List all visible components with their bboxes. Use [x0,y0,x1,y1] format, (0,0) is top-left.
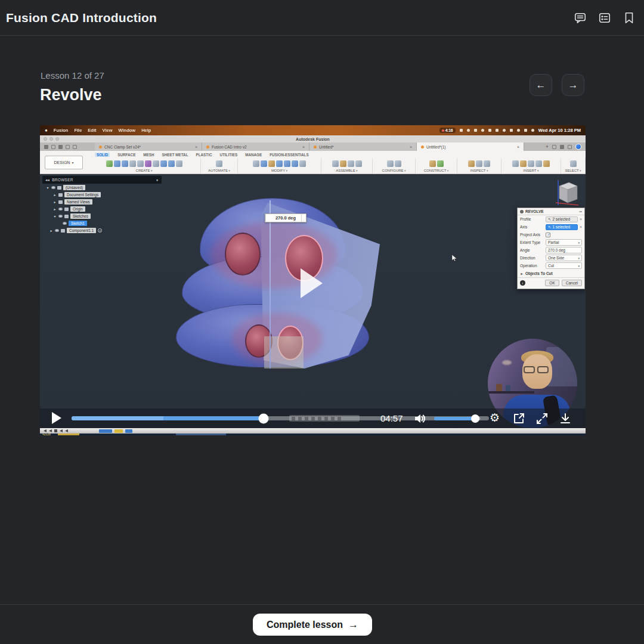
document-tab[interactable]: Untitled* × [309,143,417,151]
profile-selection-chip[interactable]: ↖2 selected [546,216,578,222]
comments-icon[interactable] [574,11,587,24]
angle-field[interactable]: 270.0 deg [546,247,582,253]
collapse-panel-icon[interactable]: ◂◂ [45,178,49,182]
document-tab[interactable]: CNC Clamp Set v24* × [95,143,202,151]
user-avatar[interactable] [575,144,581,150]
tool-icon[interactable] [268,160,275,167]
cancel-button[interactable]: Cancel [562,280,582,286]
seek-thumb[interactable] [259,413,269,423]
tool-icon[interactable] [299,160,306,167]
workspace-switcher[interactable]: DESIGN [45,156,83,169]
revolve-dialog[interactable]: REVOLVE •• Profile ↖2 selected × Axis ↖1… [517,208,585,289]
menu-window[interactable]: Window [119,128,136,133]
download-icon[interactable] [559,412,572,425]
next-lesson-button[interactable]: → [562,74,584,96]
tool-icon[interactable] [284,160,290,167]
tool-icon[interactable] [176,160,182,167]
history-icon[interactable] [552,145,556,149]
tree-row[interactable]: ▸ Origin [42,206,162,212]
axis-selection-chip[interactable]: ↖1 selected [546,224,578,230]
picture-in-picture-icon[interactable] [512,412,525,425]
volume-slider[interactable] [434,417,481,420]
angle-spinner-left[interactable] [265,214,270,222]
tool-icon[interactable] [387,160,394,167]
visibility-eye-icon[interactable] [58,208,63,210]
objects-to-cut-expander[interactable]: ▸ Objects To Cut [518,270,584,277]
ribbon-tab-mesh[interactable]: MESH [143,153,154,157]
new-tab-icon[interactable]: + [546,144,549,150]
ribbon-tab-manage[interactable]: MANAGE [245,153,262,157]
tool-icon[interactable] [137,160,144,167]
automate-group-label[interactable]: AUTOMATE [208,169,230,172]
tree-item-label-selected[interactable]: Sketch1 [69,221,87,226]
tool-icon[interactable] [429,160,436,167]
tool-icon[interactable] [484,160,490,167]
caret-closed-icon[interactable]: ▸ [53,207,57,211]
revolve-3d-model[interactable] [176,198,369,372]
tree-item-label[interactable]: Sketches [70,213,91,219]
tool-icon[interactable] [468,160,475,167]
ribbon-tab-solid[interactable]: SOLID [95,153,110,157]
tool-icon[interactable] [332,160,339,167]
tool-icon[interactable] [276,160,283,167]
angle-value[interactable]: 270.0 deg [270,215,301,221]
play-button[interactable] [52,412,61,424]
save-icon[interactable] [51,145,55,149]
tree-row[interactable]: ▸ Document Settings [42,191,162,198]
clear-selection-icon[interactable]: × [580,225,582,229]
tool-icon[interactable] [355,160,362,167]
tool-icon[interactable] [153,160,159,167]
menu-app[interactable]: Fusion [54,128,69,133]
export-icon[interactable] [58,145,63,149]
inspect-group-label[interactable]: INSPECT [470,169,488,172]
visibility-eye-icon[interactable] [63,222,67,225]
select-group-label[interactable]: SELECT [565,169,581,172]
tree-item-label[interactable]: Document Settings [64,192,101,197]
configure-group-label[interactable]: CONFIGURE [382,169,406,172]
tool-icon[interactable] [160,160,167,167]
course-contents-icon[interactable] [598,11,611,24]
settings-gear-icon[interactable]: ⚙ [490,411,500,425]
tool-icon[interactable] [216,160,222,167]
document-tab-active[interactable]: Untitled*(1) × [417,143,524,151]
caret-open-icon[interactable]: ▾ [53,214,57,218]
seek-bar[interactable] [72,416,489,420]
tool-icon[interactable] [261,160,267,167]
ok-button[interactable]: OK [545,280,559,286]
extent-type-select[interactable]: Partial▾ [546,239,582,246]
angle-input[interactable]: 270.0 deg [265,213,306,222]
close-tab-icon[interactable]: × [302,145,305,149]
tool-icon[interactable] [348,160,354,167]
tool-icon[interactable] [340,160,346,167]
close-tab-icon[interactable]: × [195,145,197,149]
volume-icon[interactable] [413,412,426,425]
ribbon-tab-plastic[interactable]: PLASTIC [196,153,212,157]
previous-lesson-button[interactable]: ← [530,74,552,96]
menu-file[interactable]: File [74,128,82,133]
tool-icon[interactable] [570,160,577,167]
angle-spinner-right[interactable] [301,214,306,222]
undo-icon[interactable] [66,145,70,149]
info-icon[interactable]: i [520,280,525,286]
tool-icon[interactable] [168,160,175,167]
volume-thumb[interactable] [471,414,479,423]
direction-select[interactable]: One Side▾ [546,255,582,261]
visibility-eye-icon[interactable] [55,229,59,232]
help-icon[interactable] [568,145,572,149]
close-tab-icon[interactable]: × [517,145,519,149]
tool-icon[interactable] [395,160,401,167]
play-overlay-icon[interactable] [301,268,323,298]
tool-icon[interactable] [145,160,151,167]
tree-item-label[interactable]: Named Views [64,199,92,205]
tree-item-label[interactable]: (Unsaved) [63,185,85,190]
revolve-dialog-header[interactable]: REVOLVE •• [518,208,584,215]
create-group-label[interactable]: CREATE [136,169,153,172]
grid-menu-icon[interactable] [44,145,48,149]
document-tab[interactable]: Fusion CAD Intro v2 × [202,143,309,151]
tool-icon[interactable] [528,160,534,167]
tool-icon[interactable] [437,160,444,167]
assemble-group-label[interactable]: ASSEMBLE [336,169,357,172]
bookmark-icon[interactable] [623,11,636,24]
redo-icon[interactable] [73,145,77,149]
operation-select[interactable]: Cut▾ [546,262,582,269]
